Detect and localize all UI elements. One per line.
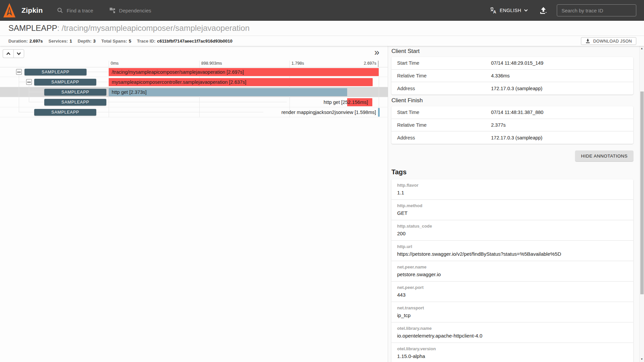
nav-item-dependencies[interactable]: Dependencies	[109, 7, 151, 13]
chevron-double-right-icon: »	[374, 47, 379, 57]
zipkin-logo[interactable]	[3, 3, 16, 18]
row-connector	[96, 112, 263, 112]
meta-total-spans: Total Spans:5	[101, 39, 131, 44]
tag-value: 443	[397, 292, 633, 298]
tag-row: http.method GET	[391, 200, 633, 220]
collapse-minimap-button[interactable]: »	[374, 48, 379, 57]
span-bar[interactable]: mysampleapicomposercontroller.samplejava…	[109, 78, 373, 86]
span-label: render mappingjackson2jsonview [1.598ms]	[281, 107, 376, 117]
tag-value: io.opentelemetry.apache-httpclient-4.0	[397, 333, 633, 339]
svg-text:A: A	[493, 10, 496, 14]
chevron-up-icon	[6, 52, 11, 55]
annotation-row: Relative Time 4.336ms	[391, 70, 633, 82]
trace-title-bar: SAMPLEAPP: /tracing/mysampleapicomposer/…	[0, 21, 644, 36]
meta-duration: Duration:2.697s	[8, 39, 43, 44]
trace-meta-bar: Duration:2.697s Services:1 Depth:3 Total…	[0, 36, 644, 46]
axis-tick: 2.697s	[364, 61, 378, 67]
collapse-span-button[interactable]	[26, 79, 32, 85]
upload-icon	[539, 6, 547, 14]
trace-id-search	[557, 4, 636, 16]
meta-services: Services:1	[49, 39, 72, 44]
nav-item-label: Find a trace	[67, 8, 93, 13]
span-bar[interactable]: /tracing/mysampleapicomposer/samplejavao…	[109, 68, 379, 76]
next-span-button[interactable]	[13, 49, 24, 58]
tag-value: https://petstore.swagger.io/v2/pet/findB…	[397, 251, 633, 257]
tag-row: http.flavor 1.1	[391, 179, 633, 200]
tag-label: http.method	[397, 203, 633, 208]
chevron-down-icon	[524, 9, 528, 12]
trace-operation: : /tracing/mysampleapicomposer/samplejav…	[57, 23, 250, 33]
row-connector	[96, 82, 109, 82]
annotation-value: 07/14 11:48:31.387_880	[491, 110, 543, 115]
annotation-row: Start Time 07/14 11:48:31.387_880	[391, 106, 633, 119]
navbar-right: A ENGLISH	[490, 4, 636, 16]
tag-label: otel.library.version	[397, 346, 633, 351]
prev-span-button[interactable]	[3, 49, 13, 58]
tag-row: otel.library.name io.opentelemetry.apach…	[391, 322, 633, 343]
annotation-row: Address 172.17.0.3 (sampleapp)	[391, 131, 633, 144]
tag-row: http.status_code 200	[391, 220, 633, 241]
tag-label: net.transport	[397, 305, 633, 310]
axis-tick: 898.903ms	[199, 61, 222, 67]
annotation-label: Address	[397, 86, 491, 91]
tree-connector	[19, 75, 19, 112]
hide-annotations-button[interactable]: HIDE ANNOTATIONS	[575, 150, 633, 161]
tags-card: http.flavor 1.1 http.method GET http.sta…	[391, 179, 633, 362]
annotation-card: Start Time 07/14 11:48:31.387_880 Relati…	[391, 106, 633, 144]
collapse-span-button[interactable]	[16, 69, 22, 75]
language-label: ENGLISH	[500, 8, 521, 13]
annotation-value: 172.17.0.3 (sampleapp)	[491, 135, 542, 140]
tag-row: net.peer.port 443	[391, 282, 633, 302]
annotation-row: Address 172.17.0.3 (sampleapp)	[391, 82, 633, 95]
span-bar[interactable]: http get [2.373s]	[109, 88, 347, 96]
download-json-label: DOWNLOAD JSON	[593, 39, 632, 44]
translate-icon: A	[490, 7, 497, 14]
annotation-label: Start Time	[397, 60, 491, 66]
tree-connector	[29, 102, 44, 102]
tag-row: http.url https://petstore.swagger.io/v2/…	[391, 241, 633, 261]
tag-label: net.peer.name	[397, 264, 633, 269]
service-badge[interactable]: SAMPLEAPP	[44, 99, 106, 106]
trace-id-search-input[interactable]	[557, 4, 636, 16]
language-selector[interactable]: A ENGLISH	[490, 7, 528, 14]
tag-row: net.peer.name petstore.swagger.io	[391, 261, 633, 282]
brand-title[interactable]: Zipkin	[21, 6, 43, 14]
scrollbar-down-arrow[interactable]: ▼	[640, 357, 644, 362]
annotation-card: Start Time 07/14 11:48:29.015_149 Relati…	[391, 57, 633, 95]
tag-label: http.url	[397, 244, 633, 249]
tag-value: ip_tcp	[397, 312, 633, 318]
dependencies-icon	[109, 7, 115, 13]
annotation-section-title: Client Finish	[391, 97, 423, 104]
trace-service-name: SAMPLEAPP	[8, 23, 57, 33]
annotation-row: Start Time 07/14 11:48:29.015_149	[391, 57, 633, 70]
page-scrollbar[interactable]: ▲ ▼	[639, 46, 644, 362]
tag-value: 1.15.0-alpha	[397, 353, 633, 359]
tag-value: GET	[397, 210, 633, 216]
service-badge[interactable]: SAMPLEAPP	[44, 89, 106, 96]
annotation-value: 4.336ms	[491, 73, 510, 78]
nav-item-find-a-trace[interactable]: Find a trace	[57, 7, 93, 13]
annotation-value: 2.377s	[491, 122, 506, 128]
tag-label: net.peer.port	[397, 285, 633, 290]
axis-tick: 0ms	[109, 61, 119, 67]
span-details-panel: Client Start Start Time 07/14 11:48:29.0…	[388, 46, 639, 362]
tag-value: petstore.swagger.io	[397, 272, 633, 277]
annotation-value: 172.17.0.3 (sampleapp)	[491, 86, 542, 91]
upload-trace-button[interactable]	[539, 6, 547, 14]
download-json-button[interactable]: DOWNLOAD JSON	[581, 37, 636, 45]
annotation-section-title: Client Start	[391, 48, 420, 55]
tree-connector	[19, 112, 34, 112]
scrollbar-up-arrow[interactable]: ▲	[640, 46, 644, 51]
tree-connector	[29, 85, 29, 102]
scrollbar-thumb[interactable]	[640, 92, 644, 294]
service-badge[interactable]: SAMPLEAPP	[34, 109, 96, 116]
service-badge[interactable]: SAMPLEAPP	[34, 79, 96, 85]
service-badge[interactable]: SAMPLEAPP	[24, 69, 87, 75]
tag-label: otel.library.name	[397, 326, 633, 331]
annotation-row: Relative Time 2.377s	[391, 119, 633, 132]
meta-depth: Depth:3	[78, 39, 96, 44]
tag-row: net.transport ip_tcp	[391, 302, 633, 322]
tag-value: 200	[397, 231, 633, 236]
row-connector	[87, 72, 109, 72]
span-bar[interactable]	[378, 108, 380, 117]
